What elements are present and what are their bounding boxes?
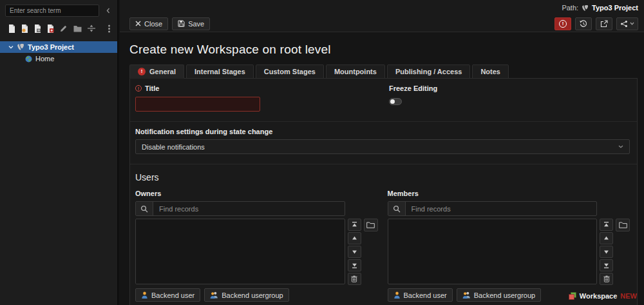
share-dropdown-button[interactable] xyxy=(616,17,638,30)
add-backend-usergroup-button[interactable]: Backend usergroup xyxy=(457,288,541,302)
move-to-top-button[interactable] xyxy=(600,219,613,231)
open-new-window-button[interactable] xyxy=(596,17,612,30)
add-backend-user-button[interactable]: Backend user xyxy=(135,288,200,302)
owners-column: Owners xyxy=(135,190,378,302)
freeze-label-text: Freeze Editing xyxy=(389,84,437,92)
notification-selected-value: Disable notifications xyxy=(142,143,205,151)
path-label: Path: xyxy=(562,4,578,12)
doc-header: Close Save xyxy=(120,15,644,32)
workspace-module-icon xyxy=(569,292,576,300)
search-icon xyxy=(388,202,406,215)
owners-search-input[interactable] xyxy=(153,202,345,215)
new-mountpoint-page-icon[interactable] xyxy=(34,25,41,33)
move-to-top-button[interactable] xyxy=(348,219,361,231)
close-icon xyxy=(135,21,141,26)
tree-toolbar xyxy=(0,19,117,39)
section-users: Users Owners xyxy=(130,164,637,305)
tab-panel-general: Title Freeze Editing Notification settin… xyxy=(129,78,638,305)
move-to-bottom-button[interactable] xyxy=(600,259,613,271)
backend-usergroup-icon xyxy=(462,291,471,299)
tab-internal-stages[interactable]: Internal Stages xyxy=(186,64,254,79)
tree-node-home[interactable]: Home xyxy=(0,53,117,64)
tab-label: Publishing / Access xyxy=(395,68,462,75)
add-backend-usergroup-button[interactable]: Backend usergroup xyxy=(204,288,289,302)
move-up-button[interactable] xyxy=(600,232,613,244)
typo3-logo-icon xyxy=(582,5,589,12)
save-icon xyxy=(178,20,185,27)
tree-node-label: Home xyxy=(35,55,54,63)
close-button-label: Close xyxy=(144,20,162,28)
tab-mountpoints[interactable]: Mountpoints xyxy=(326,64,385,79)
page-tree: Typo3 Project Home xyxy=(0,41,117,64)
chevron-down-icon xyxy=(618,145,623,148)
module-main: Path: Typo3 Project Close Save xyxy=(120,0,644,305)
move-down-button[interactable] xyxy=(600,246,613,258)
add-user-label: Backend user xyxy=(151,291,194,299)
footer-module-label: Workspace xyxy=(580,292,618,300)
circle-exclamation-icon xyxy=(559,20,567,28)
notification-select[interactable]: Disable notifications xyxy=(135,139,630,154)
chevron-left-icon xyxy=(106,8,111,14)
backend-user-icon xyxy=(141,291,148,299)
section-title: Title Freeze Editing xyxy=(130,79,637,121)
tab-general[interactable]: General xyxy=(129,64,184,79)
browse-records-button[interactable] xyxy=(364,219,378,231)
search-icon xyxy=(136,202,153,215)
tab-notes[interactable]: Notes xyxy=(472,64,509,79)
history-icon xyxy=(580,20,587,28)
owners-listbox[interactable] xyxy=(135,219,345,284)
chevron-down-icon xyxy=(630,22,634,25)
remove-item-button[interactable] xyxy=(348,273,361,285)
save-button[interactable]: Save xyxy=(172,17,210,30)
move-down-button[interactable] xyxy=(348,246,361,258)
new-page-icon[interactable] xyxy=(8,25,15,33)
remove-item-button[interactable] xyxy=(600,273,613,285)
folder-icon[interactable] xyxy=(73,25,82,32)
insert-divider-icon[interactable] xyxy=(88,25,95,32)
section-notification: Notification settings during state chang… xyxy=(130,121,637,164)
add-usergroup-label: Backend usergroup xyxy=(474,291,535,299)
tab-publishing-access[interactable]: Publishing / Access xyxy=(387,64,471,79)
new-shortcut-page-icon[interactable] xyxy=(21,25,28,33)
members-column: Members xyxy=(388,190,630,302)
tree-search-input[interactable] xyxy=(5,5,99,17)
share-icon xyxy=(620,20,628,28)
history-button[interactable] xyxy=(575,17,592,30)
tab-label: Mountpoints xyxy=(334,68,377,75)
close-button[interactable]: Close xyxy=(129,17,168,30)
module-body: Create new Workspace on root level Gener… xyxy=(120,32,644,305)
freeze-editing-toggle[interactable] xyxy=(389,98,402,105)
move-up-button[interactable] xyxy=(348,232,361,244)
new-badge: NEW xyxy=(620,292,637,300)
open-new-window-icon xyxy=(600,20,608,28)
members-listbox[interactable] xyxy=(388,219,598,284)
toggle-knob xyxy=(390,99,395,104)
tree-more-menu-icon[interactable] xyxy=(107,23,111,34)
freeze-editing-label: Freeze Editing xyxy=(389,84,630,92)
browse-records-button[interactable] xyxy=(616,219,630,231)
tree-node-root[interactable]: Typo3 Project xyxy=(0,41,117,53)
save-button-label: Save xyxy=(188,20,204,28)
tree-node-label: Typo3 Project xyxy=(28,43,74,51)
backend-user-icon xyxy=(393,291,401,299)
typo3-logo-icon xyxy=(17,43,24,51)
notification-label: Notification settings during state chang… xyxy=(135,128,630,135)
tab-label: General xyxy=(149,68,176,75)
chevron-down-icon[interactable] xyxy=(8,44,14,50)
error-info-button[interactable] xyxy=(554,17,571,30)
tab-error-icon xyxy=(138,68,146,75)
tab-label: Internal Stages xyxy=(194,68,245,75)
members-record-search xyxy=(388,201,598,216)
owners-label: Owners xyxy=(135,190,378,197)
title-field-label: Title xyxy=(135,84,389,92)
members-search-input[interactable] xyxy=(406,202,597,215)
sidebar-collapse-button[interactable] xyxy=(103,5,113,17)
title-input[interactable] xyxy=(135,97,260,112)
notification-label-text: Notification settings during state chang… xyxy=(135,128,272,135)
edit-pencil-icon[interactable] xyxy=(60,25,68,32)
tab-custom-stages[interactable]: Custom Stages xyxy=(256,64,324,79)
move-to-bottom-button[interactable] xyxy=(348,259,361,271)
new-record-icon[interactable] xyxy=(47,25,54,33)
globe-icon xyxy=(25,55,32,63)
add-backend-user-button[interactable]: Backend user xyxy=(388,288,453,302)
